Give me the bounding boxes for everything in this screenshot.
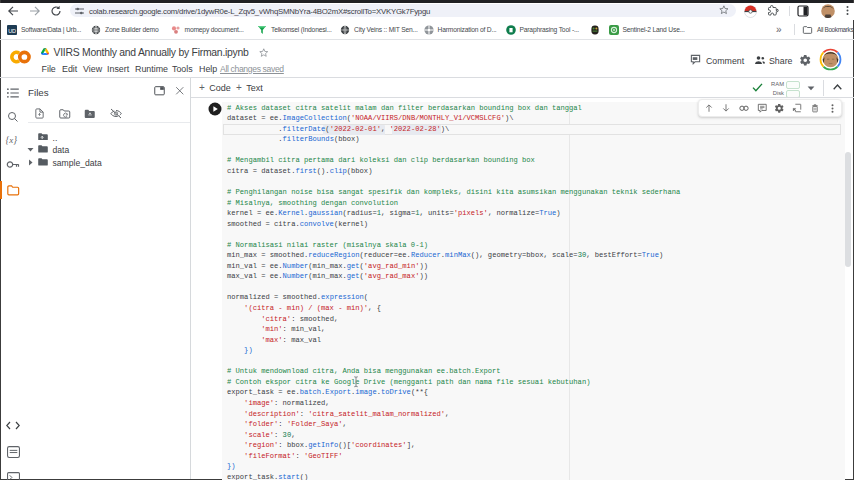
- svg-text:UD: UD: [8, 27, 16, 33]
